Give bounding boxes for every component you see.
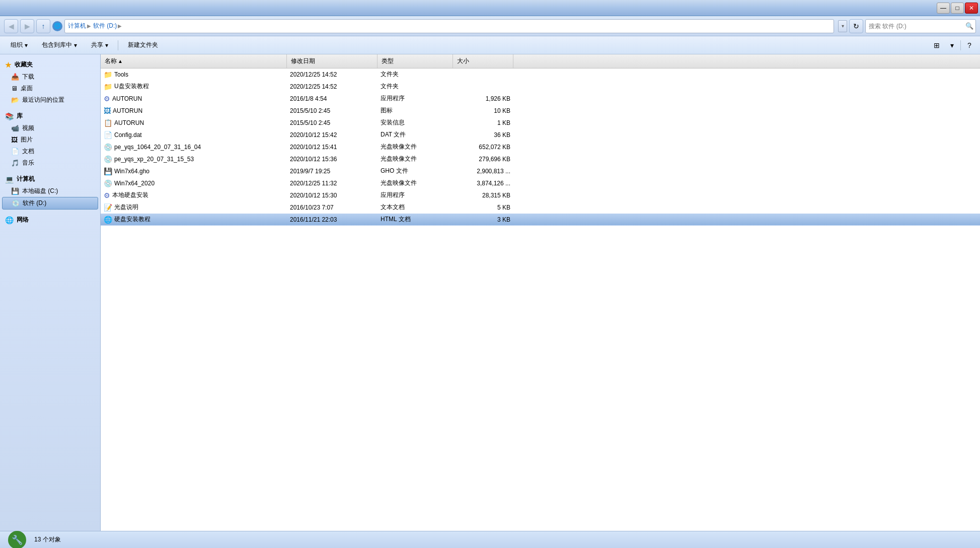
file-icon: 💿 [104, 155, 112, 163]
col-header-size[interactable]: 大小 [453, 54, 513, 68]
table-row[interactable]: ⚙ 本地硬盘安装 2020/10/12 15:30 应用程序 28,315 KB [101, 189, 980, 201]
close-button[interactable]: ✕ [965, 3, 978, 14]
file-modified-cell: 2020/10/12 15:41 [287, 141, 378, 153]
sidebar-item-music[interactable]: 🎵 音乐 [2, 157, 98, 169]
table-row[interactable]: 📋 AUTORUN 2015/5/10 2:45 安装信息 1 KB [101, 117, 980, 129]
table-row[interactable]: 💾 Win7x64.gho 2019/9/7 19:25 GHO 文件 2,90… [101, 165, 980, 177]
up-button[interactable]: ↑ [36, 19, 50, 33]
location-icon: 🌐 [52, 21, 62, 31]
file-name-cell: 🌐 硬盘安装教程 [101, 214, 287, 225]
sidebar-video-label: 视频 [22, 124, 34, 132]
back-button[interactable]: ◀ [4, 19, 18, 33]
library-label: 包含到库中 [42, 41, 72, 49]
sidebar-item-drive-c[interactable]: 💾 本地磁盘 (C:) [2, 185, 98, 197]
col-header-type[interactable]: 类型 [378, 54, 453, 68]
help-button[interactable]: ? [963, 39, 976, 51]
window-controls: — □ ✕ [937, 3, 978, 14]
file-type: 光盘映像文件 [381, 143, 417, 151]
share-button[interactable]: 共享 ▾ [85, 38, 115, 52]
file-size: 2,900,813 ... [477, 168, 510, 175]
column-headers: 名称 ▲ 修改日期 类型 大小 [101, 54, 980, 68]
documents-icon: 📄 [11, 148, 19, 155]
file-size-cell: 1 KB [453, 117, 513, 128]
file-type-cell: 文本文档 [378, 201, 453, 213]
library-icon: 📚 [5, 112, 14, 120]
file-size: 5 KB [497, 204, 510, 211]
breadcrumb-computer[interactable]: 计算机 ▶ [68, 22, 91, 30]
sidebar-item-documents[interactable]: 📄 文档 [2, 146, 98, 157]
sidebar-item-drive-d[interactable]: 💿 软件 (D:) [2, 197, 98, 210]
file-name: Config.dat [114, 131, 142, 139]
library-dropdown-icon: ▾ [74, 42, 77, 49]
table-row[interactable]: ⚙ AUTORUN 2016/1/8 4:54 应用程序 1,926 KB [101, 93, 980, 105]
sidebar-item-video[interactable]: 📹 视频 [2, 122, 98, 134]
new-folder-button[interactable]: 新建文件夹 [121, 38, 165, 52]
breadcrumb-dropdown-button[interactable]: ▾ [838, 20, 847, 32]
sidebar-music-label: 音乐 [22, 159, 34, 167]
view-toggle-button[interactable]: ⊞ [930, 39, 943, 51]
table-row[interactable]: 🖼 AUTORUN 2015/5/10 2:45 图标 10 KB [101, 105, 980, 117]
sidebar-network-header[interactable]: 🌐 网络 [2, 214, 98, 226]
sidebar-computer-section: 💻 计算机 💾 本地磁盘 (C:) 💿 软件 (D:) [2, 173, 98, 210]
sidebar-item-desktop[interactable]: 🖥 桌面 [2, 83, 98, 94]
file-type-cell: 应用程序 [378, 189, 453, 201]
refresh-button[interactable]: ↻ [849, 19, 863, 33]
table-row[interactable]: 💿 pe_yqs_1064_20_07_31_16_04 2020/10/12 … [101, 141, 980, 153]
sidebar-computer-label: 计算机 [17, 175, 35, 183]
file-name: 本地硬盘安装 [112, 191, 148, 199]
sidebar-libraries-label: 库 [17, 112, 23, 120]
table-row[interactable]: 📁 U盘安装教程 2020/12/25 14:52 文件夹 [101, 81, 980, 93]
file-modified: 2020/12/25 14:52 [290, 71, 337, 78]
library-button[interactable]: 包含到库中 ▾ [35, 38, 84, 52]
file-icon: 💾 [104, 167, 112, 175]
forward-button[interactable]: ▶ [20, 19, 34, 33]
file-type-cell: DAT 文件 [378, 129, 453, 141]
file-modified-cell: 2020/10/12 15:36 [287, 153, 378, 165]
file-size-cell: 3 KB [453, 214, 513, 225]
col-header-name[interactable]: 名称 ▲ [101, 54, 287, 68]
file-type-cell: 安装信息 [378, 117, 453, 128]
file-type-cell: 应用程序 [378, 93, 453, 104]
table-row[interactable]: 📁 Tools 2020/12/25 14:52 文件夹 [101, 68, 980, 81]
toolbar-separator [118, 40, 118, 50]
search-input[interactable] [869, 23, 965, 30]
file-name: AUTORUN [112, 95, 142, 102]
minimize-button[interactable]: — [937, 3, 950, 14]
col-header-modified[interactable]: 修改日期 [287, 54, 378, 68]
table-row[interactable]: 🌐 硬盘安装教程 2016/11/21 22:03 HTML 文档 3 KB [101, 214, 980, 226]
breadcrumb-bar[interactable]: 计算机 ▶ 软件 (D:) ▶ [64, 19, 834, 33]
table-row[interactable]: 📝 光盘说明 2016/10/23 7:07 文本文档 5 KB [101, 201, 980, 214]
maximize-button[interactable]: □ [951, 3, 964, 14]
address-bar: ◀ ▶ ↑ 🌐 计算机 ▶ 软件 (D:) ▶ ▾ ↻ 🔍 [0, 16, 980, 36]
table-row[interactable]: 💿 pe_yqs_xp_20_07_31_15_53 2020/10/12 15… [101, 153, 980, 165]
file-modified-cell: 2020/12/25 14:52 [287, 68, 378, 80]
file-modified: 2020/10/12 15:36 [290, 156, 337, 163]
table-row[interactable]: 💿 Win7x64_2020 2020/12/25 11:32 光盘映像文件 3… [101, 177, 980, 189]
organize-button[interactable]: 组织 ▾ [4, 38, 34, 52]
sidebar-item-downloads[interactable]: 📥 下载 [2, 71, 98, 83]
file-type-cell: 图标 [378, 105, 453, 116]
sidebar-libraries-header[interactable]: 📚 库 [2, 110, 98, 122]
breadcrumb-drive[interactable]: 软件 (D:) ▶ [93, 22, 122, 30]
search-icon[interactable]: 🔍 [965, 22, 973, 30]
view-dropdown-button[interactable]: ▾ [945, 39, 958, 51]
sidebar-item-recent[interactable]: 📂 最近访问的位置 [2, 94, 98, 106]
toolbar-right: ⊞ ▾ ? [930, 39, 976, 51]
file-name: pe_yqs_xp_20_07_31_15_53 [114, 156, 194, 163]
sidebar-favorites-header[interactable]: ★ 收藏夹 [2, 58, 98, 71]
search-box[interactable]: 🔍 [865, 19, 976, 33]
file-modified: 2020/10/12 15:42 [290, 131, 337, 139]
view-toggle-icon: ⊞ [934, 41, 940, 49]
sidebar-computer-header[interactable]: 💻 计算机 [2, 173, 98, 185]
file-modified: 2020/12/25 14:52 [290, 83, 337, 90]
file-size-cell [453, 81, 513, 92]
music-icon: 🎵 [11, 159, 19, 167]
file-type-cell: 光盘映像文件 [378, 141, 453, 153]
file-size: 1 KB [497, 119, 510, 126]
table-row[interactable]: 📄 Config.dat 2020/10/12 15:42 DAT 文件 36 … [101, 129, 980, 141]
sidebar-item-pictures[interactable]: 🖼 图片 [2, 134, 98, 146]
file-type: 文件夹 [381, 70, 399, 79]
file-size-cell: 279,696 KB [453, 153, 513, 165]
file-type: HTML 文档 [381, 215, 411, 224]
computer-icon: 💻 [5, 175, 14, 183]
